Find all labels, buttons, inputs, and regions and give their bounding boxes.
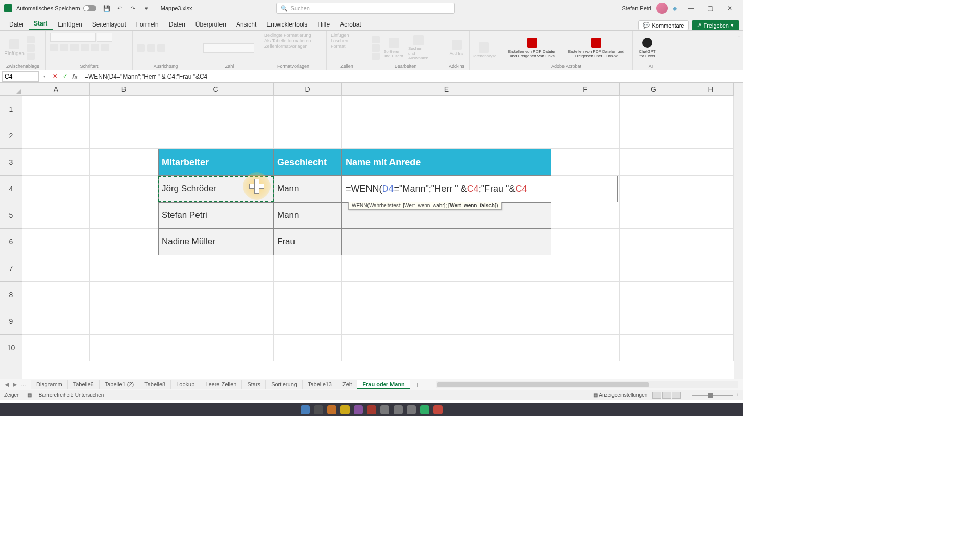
cell-F3[interactable] [551, 149, 620, 176]
vertical-scrollbar[interactable] [734, 83, 743, 379]
cell-F9[interactable] [551, 308, 620, 335]
cell-E1[interactable] [342, 96, 551, 122]
cell-H1[interactable] [688, 96, 734, 122]
name-box[interactable]: C4 [2, 71, 39, 82]
tab-datei[interactable]: Datei [4, 19, 29, 30]
col-header-F[interactable]: F [551, 83, 620, 95]
sheet-more-icon[interactable]: … [19, 381, 28, 388]
cell-B10[interactable] [90, 335, 158, 361]
taskbar-app-icon[interactable] [407, 405, 416, 414]
cell-F2[interactable] [551, 122, 620, 149]
sheet-tab-tabelle1-2-[interactable]: Tabelle1 (2) [100, 380, 139, 389]
maximize-button[interactable]: ▢ [701, 2, 720, 14]
col-header-H[interactable]: H [688, 83, 734, 95]
zoom-control[interactable]: − + [686, 392, 739, 398]
cell-F8[interactable] [551, 282, 620, 308]
fx-icon[interactable]: fx [70, 72, 80, 81]
insert-cells-button[interactable]: Einfügen [331, 33, 349, 38]
tab-einfuegen[interactable]: Einfügen [53, 19, 87, 30]
sheet-tab-zeit[interactable]: Zeit [337, 380, 357, 389]
cell-E10[interactable] [342, 335, 551, 361]
cell-B9[interactable] [90, 308, 158, 335]
cell-D2[interactable] [274, 122, 342, 149]
tab-seitenlayout[interactable]: Seitenlayout [87, 19, 131, 30]
col-header-G[interactable]: G [620, 83, 688, 95]
taskbar-app-icon[interactable] [394, 405, 403, 414]
redo-icon[interactable]: ↷ [129, 4, 137, 12]
cell-A7[interactable] [22, 255, 90, 282]
paste-button[interactable]: Einfügen [4, 39, 24, 56]
cell-G4[interactable] [620, 176, 688, 202]
cell-A6[interactable] [22, 229, 90, 255]
font-name-input[interactable] [50, 33, 96, 42]
cell-D8[interactable] [274, 282, 342, 308]
col-header-E[interactable]: E [342, 83, 551, 95]
tab-acrobat[interactable]: Acrobat [335, 19, 366, 30]
cell-C2[interactable] [158, 122, 274, 149]
cell-D4[interactable]: Mann [274, 176, 342, 202]
cell-E3[interactable]: Name mit Anrede [342, 149, 551, 176]
row-header-3[interactable]: 3 [0, 149, 22, 176]
sort-filter-button[interactable]: Sortieren und Filtern [384, 38, 404, 58]
cell-E6[interactable] [342, 229, 551, 255]
taskbar-app-icon[interactable] [301, 405, 310, 414]
cell-G10[interactable] [620, 335, 688, 361]
cell-G1[interactable] [620, 96, 688, 122]
format-painter-icon[interactable] [27, 53, 35, 60]
cell-F1[interactable] [551, 96, 620, 122]
cell-C10[interactable] [158, 335, 274, 361]
cell-F6[interactable] [551, 229, 620, 255]
taskbar-app-icon[interactable] [367, 405, 376, 414]
cell-E4[interactable]: =WENN(D4="Mann";"Herr " & C4;"Frau "&C4 [342, 176, 618, 202]
sheet-next-icon[interactable]: ▶ [11, 381, 18, 388]
save-icon[interactable]: 💾 [103, 4, 111, 12]
cell-C5[interactable]: Stefan Petri [158, 202, 274, 229]
taskbar-app-icon[interactable] [327, 405, 336, 414]
autosum-icon[interactable] [372, 36, 380, 43]
cell-D10[interactable] [274, 335, 342, 361]
cell-A4[interactable] [22, 176, 90, 202]
row-header-8[interactable]: 8 [0, 282, 22, 308]
cell-A8[interactable] [22, 282, 90, 308]
font-size-input[interactable] [97, 33, 112, 42]
taskbar-app-icon[interactable] [380, 405, 389, 414]
diamond-icon[interactable]: ◆ [673, 5, 677, 12]
filename[interactable]: Mappe3.xlsx [161, 5, 192, 11]
cell-G5[interactable] [620, 202, 688, 229]
cell-H8[interactable] [688, 282, 734, 308]
cell-C6[interactable]: Nadine Müller [158, 229, 274, 255]
taskbar-app-icon[interactable] [433, 405, 443, 414]
add-sheet-button[interactable]: + [410, 381, 425, 389]
cell-A3[interactable] [22, 149, 90, 176]
zoom-slider[interactable] [692, 395, 733, 396]
cell-H5[interactable] [688, 202, 734, 229]
cell-B1[interactable] [90, 96, 158, 122]
sheet-tab-lookup[interactable]: Lookup [171, 380, 200, 389]
cell-C1[interactable] [158, 96, 274, 122]
zoom-out-icon[interactable]: − [686, 392, 689, 398]
sheet-tab-tabelle8[interactable]: Tabelle8 [139, 380, 171, 389]
cancel-formula-icon[interactable]: ✕ [50, 72, 59, 81]
taskbar-app-icon[interactable] [314, 405, 323, 414]
cell-H6[interactable] [688, 229, 734, 255]
cell-D6[interactable]: Frau [274, 229, 342, 255]
chatgpt-button[interactable]: ChatGPT for Excel [637, 38, 657, 58]
worksheet-grid[interactable]: ABCDEFGH 12345678910 MitarbeiterGeschlec… [0, 83, 743, 379]
row-header-6[interactable]: 6 [0, 229, 22, 255]
cell-H7[interactable] [688, 255, 734, 282]
tab-entwicklertools[interactable]: Entwicklertools [261, 19, 312, 30]
sheet-tab-tabelle13[interactable]: Tabelle13 [303, 380, 337, 389]
copy-icon[interactable] [27, 44, 35, 52]
cell-H3[interactable] [688, 149, 734, 176]
cell-A9[interactable] [22, 308, 90, 335]
cell-H10[interactable] [688, 335, 734, 361]
sheet-tab-stars[interactable]: Stars [242, 380, 266, 389]
cell-B6[interactable] [90, 229, 158, 255]
minimize-button[interactable]: — [682, 2, 700, 14]
cell-H4[interactable] [688, 176, 734, 202]
comments-button[interactable]: 💬 Kommentare [638, 20, 689, 30]
cell-A10[interactable] [22, 335, 90, 361]
user-name[interactable]: Stefan Petri [622, 5, 651, 11]
collapse-ribbon-icon[interactable]: ⌄ [738, 34, 741, 38]
sheet-tab-leere-zeilen[interactable]: Leere Zeilen [200, 380, 242, 389]
